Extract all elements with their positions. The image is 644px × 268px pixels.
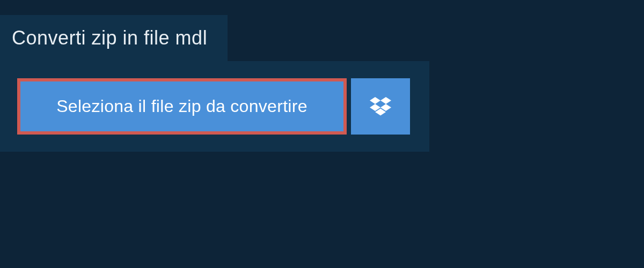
select-file-label: Seleziona il file zip da convertire [56, 96, 308, 116]
tab-header: Converti zip in file mdl [0, 15, 228, 61]
dropbox-icon [370, 97, 391, 116]
button-row: Seleziona il file zip da convertire [17, 78, 412, 135]
page-title: Converti zip in file mdl [12, 27, 207, 49]
main-panel: Seleziona il file zip da convertire [0, 61, 429, 152]
dropbox-button[interactable] [351, 78, 410, 135]
select-file-button[interactable]: Seleziona il file zip da convertire [17, 78, 347, 135]
